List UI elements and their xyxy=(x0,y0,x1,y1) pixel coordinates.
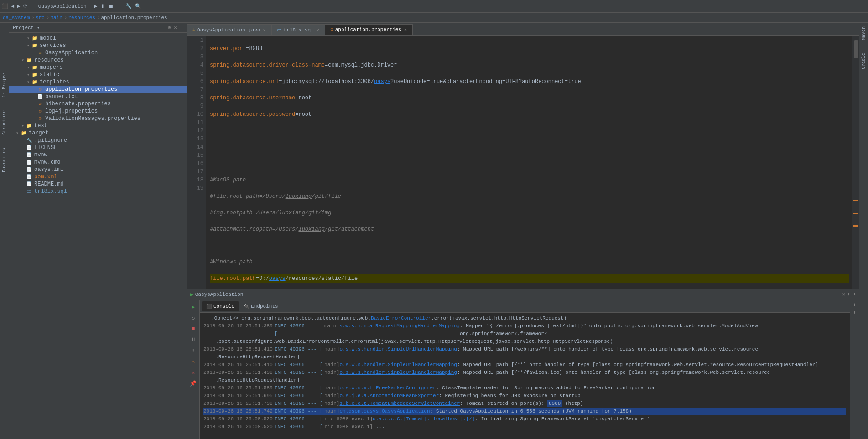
ts-4: 2018-09-26 16:25:51.410 xyxy=(203,346,273,353)
code-line-4: spring.datasource.username=root xyxy=(210,94,849,102)
tree-pomxml[interactable]: 📄 pom.xml xyxy=(9,173,187,181)
sidebar-controls: ⚙ ✕ — xyxy=(168,25,183,31)
maven-icon[interactable]: Maven xyxy=(860,25,867,42)
logger-7[interactable]: o.s.w.s.handler.SimpleUrlHandlerMapping xyxy=(339,369,457,377)
tree-test[interactable]: ▾ 📁 test xyxy=(9,122,187,129)
tree-oasysiml[interactable]: 📄 oasys.iml xyxy=(9,166,187,173)
code-line-5: spring.datasource.password=root xyxy=(210,110,849,119)
info-14: INFO 40396 --- [ xyxy=(275,423,323,431)
warning-icon[interactable]: ⚠ xyxy=(188,356,198,367)
tab-close-sql[interactable]: ✕ xyxy=(317,27,319,33)
tree-gitignore[interactable]: 🔧 .gitignore xyxy=(9,137,187,144)
ts-7: 2018-09-26 16:25:51.438 xyxy=(203,369,273,377)
folder-icon-services: 📁 xyxy=(31,42,38,49)
step-icon[interactable]: ⬇ xyxy=(188,346,198,356)
logger-10[interactable]: o.s.j.e.a.AnnotationMBeanExporter xyxy=(339,392,439,400)
sidebar-header[interactable]: Project ▾ ⚙ ✕ — xyxy=(9,23,187,33)
tree-resources[interactable]: ▾ 📁 resources xyxy=(9,57,187,64)
maximize-icon[interactable]: ⬆ xyxy=(853,302,856,308)
tree-readme[interactable]: 📄 README.md xyxy=(9,181,187,188)
breadcrumb-oa-system[interactable]: oa_system xyxy=(3,15,30,21)
logger-6[interactable]: o.s.w.s.handler.SimpleUrlHandlerMapping xyxy=(339,361,457,369)
rerun-icon[interactable]: ↻ xyxy=(188,313,198,323)
tree-arrow-services: ▾ xyxy=(26,43,31,48)
logger-12[interactable]: cn.gson.oasys.OasysApplication xyxy=(339,408,430,415)
favorites-icon[interactable]: Favorites xyxy=(1,146,8,174)
tree-validation[interactable]: ⚙ ValidationMessages.properties xyxy=(9,115,187,122)
editor-area: ☕ OasysApplication.java ✕ 🗃 tr18lx.sql ✕… xyxy=(187,23,859,289)
console-line-11: 2018-09-26 16:25:51.738 INFO 40396 --- [… xyxy=(203,400,846,408)
project-icon[interactable]: 1: Project xyxy=(1,68,8,99)
tree-sqlfile[interactable]: 🗃 tr18lx.sql xyxy=(9,188,187,195)
tree-mappers[interactable]: ▾ 📁 mappers xyxy=(9,64,187,71)
tab-appprops[interactable]: ⚙ application.properties ✕ xyxy=(325,24,413,35)
pause-icon[interactable]: ⏸ xyxy=(188,335,198,345)
info-13: INFO 40396 --- [ xyxy=(275,415,323,423)
breadcrumb-main[interactable]: main xyxy=(50,15,62,21)
breadcrumb-resources[interactable]: resources xyxy=(68,15,95,21)
tree-oasysapp[interactable]: ☕ OasysApplication xyxy=(9,49,187,57)
tree-services[interactable]: ▾ 📁 services xyxy=(9,42,187,49)
tree-label-appprops: application.properties xyxy=(45,86,117,93)
logger-4[interactable]: o.s.w.s.handler.SimpleUrlHandlerMapping xyxy=(339,346,457,353)
tree-label-validation: ValidationMessages.properties xyxy=(45,115,140,122)
ts-11: 2018-09-26 16:25:51.738 xyxy=(203,400,273,408)
logger-2[interactable]: s.w.s.m.m.a.RequestMappingHandlerMapping xyxy=(339,322,460,330)
logger-9[interactable]: o.s.w.s.v.f.FreeMarkerConfigurer xyxy=(339,384,436,392)
console-text-1: .Object>> org.springframework.boot.autoc… xyxy=(211,315,567,322)
left-panel-icons: 1: Project Structure Favorites xyxy=(0,23,9,439)
xml-icon-pomxml: 📄 xyxy=(26,174,33,180)
tab-oasysapp[interactable]: ☕ OasysApplication.java ✕ xyxy=(187,24,272,35)
console-line-10: 2018-09-26 16:25:51.695 INFO 40396 --- [… xyxy=(203,392,846,400)
error-icon[interactable]: ✕ xyxy=(188,367,198,377)
msg-3: .boot.autoconfigure.web.BasicErrorContro… xyxy=(203,338,613,346)
console-line-9: 2018-09-26 16:25:51.589 INFO 40396 --- [… xyxy=(203,384,846,392)
editor-scrollbar[interactable] xyxy=(852,36,859,289)
tab-label-oasysapp: OasysApplication.java xyxy=(197,27,260,33)
tree-label-sqlfile: tr18lx.sql xyxy=(34,188,67,195)
tree-mvnwcmd[interactable]: 📄 mvnw.cmd xyxy=(9,159,187,166)
prop-icon-hibernate: ⚙ xyxy=(36,101,44,107)
tree-hibernate[interactable]: ⚙ hibernate.properties xyxy=(9,100,187,108)
tree-license[interactable]: 📄 LICENSE xyxy=(9,144,187,151)
gradle-icon[interactable]: Gradle xyxy=(860,51,867,71)
tab-close-oasysapp[interactable]: ✕ xyxy=(263,27,266,33)
folder-icon-static: 📁 xyxy=(31,72,38,78)
scroll-icon[interactable]: 📌 xyxy=(188,378,198,388)
tab-sql[interactable]: 🗃 tr18lx.sql ✕ xyxy=(272,24,325,35)
tree-target[interactable]: ▾ 📁 target xyxy=(9,129,187,137)
code-content[interactable]: server.port=8088 spring.datasource.drive… xyxy=(206,36,852,289)
tab-console[interactable]: ⬛ Console xyxy=(202,301,239,311)
minimize-icon[interactable]: ⬇ xyxy=(853,310,856,315)
logger-13[interactable]: o.a.c.c.C.[Tomcat].[localhost].[/] xyxy=(373,415,475,423)
tab-icon-appprops: ⚙ xyxy=(331,27,333,32)
tree-label-static: static xyxy=(40,72,59,78)
msg-2: : Mapped "{[/error],produces=[text/html]… xyxy=(460,322,846,338)
tree-arrow-resources: ▾ xyxy=(20,57,26,63)
breadcrumb-sep2: › xyxy=(47,15,50,21)
tree-static[interactable]: ▾ 📁 static xyxy=(9,71,187,78)
tree-label-mvnwcmd: mvnw.cmd xyxy=(34,159,61,165)
tree-label-services: services xyxy=(40,42,66,49)
console-content[interactable]: .Object>> org.springframework.boot.autoc… xyxy=(200,313,850,439)
tree-mvnw[interactable]: 📄 mvnw xyxy=(9,151,187,159)
tree-bannertxt[interactable]: 📄 banner.txt xyxy=(9,93,187,100)
tab-close-appprops[interactable]: ✕ xyxy=(404,27,407,32)
structure-icon[interactable]: Structure xyxy=(1,108,8,137)
console-line-6: 2018-09-26 16:25:51.410 INFO 40396 --- [… xyxy=(203,361,846,369)
breadcrumb-src[interactable]: src xyxy=(36,15,45,21)
stop-icon[interactable]: ■ xyxy=(188,324,198,334)
msg-5: .ResourceHttpRequestHandler] xyxy=(203,353,300,361)
run-close-icon[interactable]: ✕ xyxy=(842,291,846,297)
tree-log4j[interactable]: ⚙ log4j.properties xyxy=(9,108,187,115)
logger-11[interactable]: s.b.c.e.t.TomcatEmbeddedServletContainer xyxy=(339,400,460,408)
code-editor[interactable]: 12345 678910 1112131415 16171819 server.… xyxy=(187,36,852,289)
tab-endpoints[interactable]: 🔌 Endpoints xyxy=(239,301,282,311)
tree-appprops[interactable]: ⚙ application.properties xyxy=(9,86,187,93)
info-2: INFO 40396 --- [ xyxy=(275,322,322,338)
tree-templates[interactable]: ▾ 📁 templates xyxy=(9,78,187,86)
endpoints-icon: 🔌 xyxy=(244,304,249,309)
tree-model[interactable]: ▾ 📁 model xyxy=(9,35,187,42)
run-play-icon[interactable]: ▶ xyxy=(188,302,198,312)
code-line-14: #Windows path xyxy=(210,258,849,266)
